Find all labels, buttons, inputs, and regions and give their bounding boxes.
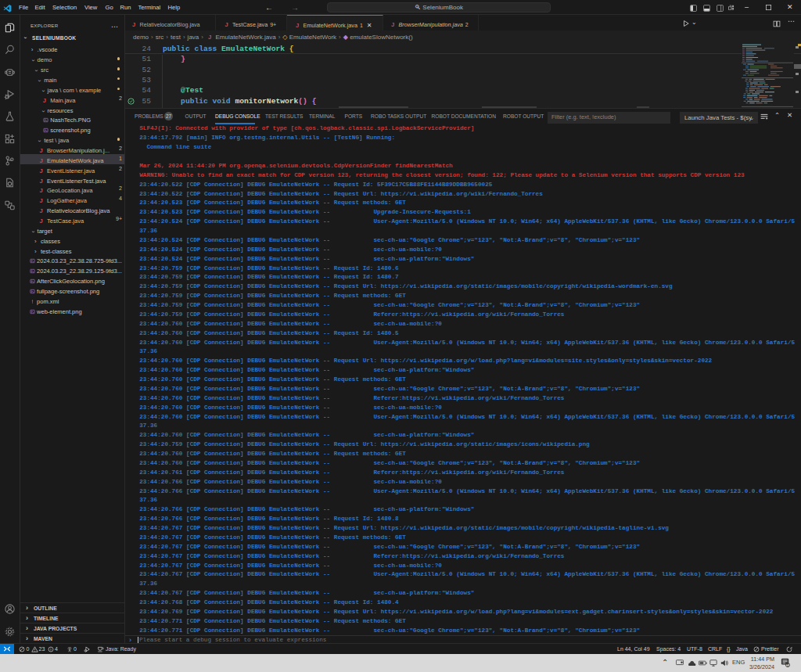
svg-text:1: 1 xyxy=(787,663,789,667)
